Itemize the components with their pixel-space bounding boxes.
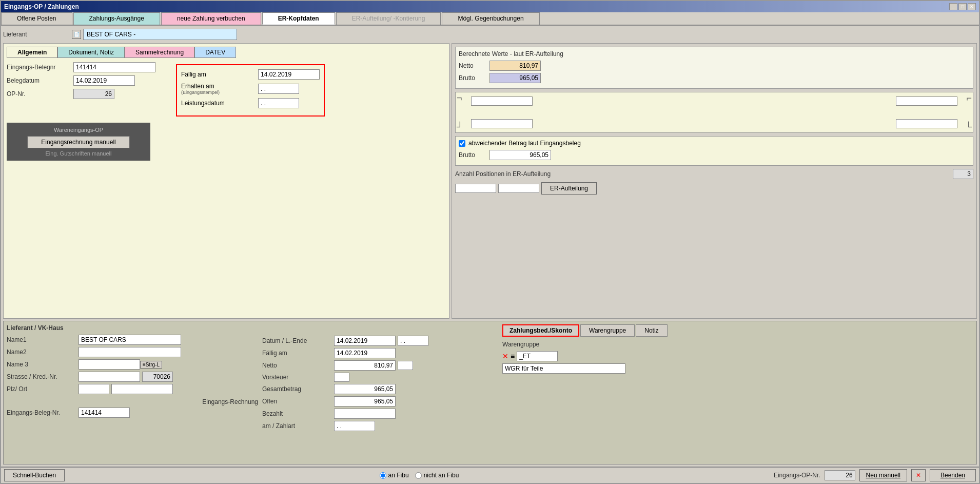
bracket-tr: ⌐: [966, 93, 972, 103]
abweich-brutto-row: Brutto: [459, 150, 970, 160]
sub-tab-dokument[interactable]: Dokument, Notiz: [57, 47, 125, 58]
spacer-top: [262, 324, 498, 336]
empty-input-1[interactable]: [896, 96, 957, 106]
name3-input[interactable]: [79, 359, 140, 370]
tab-er-aufteilung: ER-Aufteilung/ -Kontierung: [336, 12, 441, 25]
sub-tab-allgemein[interactable]: Allgemein: [7, 47, 57, 58]
offen-row: Offen: [262, 396, 498, 406]
sub-tab-sammelrechnung[interactable]: Sammelrechnung: [125, 47, 194, 58]
right-panel: Berechnete Werte - laut ER-Aufteilung Ne…: [452, 43, 977, 319]
neu-manuell-button[interactable]: Neu manuell: [859, 469, 907, 481]
lieferant-icon[interactable]: 📄: [72, 30, 81, 39]
bracket-input-right[interactable]: [498, 184, 539, 193]
brutto-calc-label: Brutto: [459, 74, 489, 82]
sub-tab-datev[interactable]: DATEV: [194, 47, 236, 58]
leistungsdatum-input[interactable]: [258, 98, 299, 108]
am-zahlart-input[interactable]: [334, 421, 375, 431]
brutto-calc-row: Brutto: [459, 73, 970, 83]
vorsteuer-row: Vorsteuer: [262, 373, 498, 382]
offen-input: [334, 396, 396, 406]
right-panel-tabs: Zahlungsbed./Skonto Warengruppe Notiz: [502, 324, 973, 337]
bracket-input-left[interactable]: [455, 184, 496, 193]
erhalten-input[interactable]: [258, 84, 299, 94]
schnell-buchen-button[interactable]: Schnell-Buchen: [4, 469, 65, 481]
x-button[interactable]: ✕: [911, 469, 926, 481]
empty-input-3[interactable]: [471, 96, 533, 106]
minimize-button[interactable]: _: [949, 3, 957, 10]
belegdatum-input[interactable]: [73, 75, 135, 86]
er-aufteilung-button[interactable]: ER-Aufteilung: [541, 182, 597, 195]
warengruppe-label: Warengruppe: [502, 341, 973, 348]
name2-input[interactable]: [79, 347, 181, 357]
status-bar: Schnell-Buchen an Fibu nicht an Fibu Ein…: [1, 467, 979, 483]
plz-input[interactable]: [79, 384, 109, 394]
strasse-row: Strasse / Kred.-Nr.: [7, 372, 258, 382]
eingangsrechnung-manuell-button[interactable]: Eingangsrechnung manuell: [27, 136, 130, 148]
am-zahlart-label: am / Zahlart: [262, 422, 334, 430]
empty-input-2[interactable]: [896, 119, 957, 128]
tab-neue-zahlung[interactable]: neue Zahlung verbuchen: [161, 12, 261, 25]
empty-input-4[interactable]: [471, 119, 533, 128]
eingangs-belegnr-input[interactable]: [73, 62, 155, 72]
left-panel: Allgemein Dokument, Notiz Sammelrechnung…: [3, 43, 449, 319]
an-fibu-radio[interactable]: [380, 472, 386, 479]
abweichender-checkbox[interactable]: [459, 140, 465, 147]
eingangs-belegnr-row: Eingangs-Belegnr: [7, 62, 155, 72]
anzahl-input: [953, 169, 973, 179]
wareneingangs-title: Wareneingangs-OP: [11, 127, 146, 133]
beenden-button[interactable]: Beenden: [930, 469, 976, 481]
wgr-code-input[interactable]: [517, 351, 558, 361]
plz-row: Plz/ Ort: [7, 384, 258, 394]
ort-input[interactable]: [111, 384, 173, 394]
netto-bottom-input: [334, 360, 396, 371]
nicht-an-fibu-radio-label[interactable]: nicht an Fibu: [415, 472, 459, 479]
op-nr-row: OP-Nr.: [7, 89, 155, 99]
faellig-row: Fällig am: [181, 69, 320, 80]
close-button[interactable]: ✕: [968, 3, 976, 10]
faellig-bottom-input[interactable]: [334, 348, 396, 358]
plz-label: Plz/ Ort: [7, 385, 79, 393]
lieferant-section-header: Lieferant / VK-Haus: [7, 324, 258, 332]
nicht-an-fibu-radio[interactable]: [415, 472, 422, 479]
abweich-brutto-input[interactable]: [489, 150, 551, 160]
wgr-menu-icon[interactable]: ≡: [511, 352, 515, 360]
zahlungsbed-button[interactable]: Zahlungsbed./Skonto: [502, 324, 579, 337]
netto-calc-label: Netto: [459, 62, 489, 69]
op-nr-label: OP-Nr.: [7, 90, 73, 98]
anzahl-label: Anzahl Positionen in ER-Aufteilung: [455, 170, 953, 178]
warengruppe-tab[interactable]: Warengruppe: [580, 324, 635, 337]
tab-moegl-gegenbuchungen[interactable]: Mögl. Gegenbuchungen: [442, 12, 539, 25]
empty-section: ⌐ └ ¬ ┘: [455, 92, 973, 133]
red-box-section: Fällig am Erhalten am (Eingangsstempel): [176, 64, 325, 117]
form-left-col: Eingangs-Belegnr Belegdatum OP-Nr.: [7, 62, 155, 117]
name1-input[interactable]: [79, 335, 181, 345]
strg-l-button[interactable]: ≡Strg-L: [140, 361, 162, 369]
tab-offene-posten[interactable]: Offene Posten: [1, 12, 72, 25]
berechnete-title: Berechnete Werte - laut ER-Aufteilung: [459, 50, 970, 57]
tab-zahlungs-ausgaenge[interactable]: Zahlungs-Ausgänge: [73, 12, 160, 25]
gesamtbetrag-input: [334, 384, 396, 394]
op-nr-input[interactable]: [73, 89, 114, 99]
strasse-input[interactable]: [79, 372, 140, 382]
abweich-brutto-label: Brutto: [459, 151, 489, 159]
bottom-section: Lieferant / VK-Haus Name1 Name2 Name 3 ≡…: [3, 321, 977, 464]
bezahlt-label: Bezahlt: [262, 410, 334, 417]
bracket-tl: ¬: [457, 93, 462, 103]
warengruppe-section: Warengruppe ✕ ≡: [502, 341, 973, 374]
an-fibu-radio-label[interactable]: an Fibu: [380, 472, 409, 479]
erhalten-label: Erhalten am: [181, 83, 258, 90]
wgr-delete-icon[interactable]: ✕: [502, 352, 508, 360]
bracket-br: └: [965, 122, 972, 131]
name3-row: Name 3 ≡Strg-L: [7, 359, 258, 370]
maximize-button[interactable]: □: [958, 3, 967, 10]
belegdatum-row: Belegdatum: [7, 75, 155, 86]
notiz-tab[interactable]: Notiz: [636, 324, 667, 337]
eingangs-beleg-input[interactable]: [79, 408, 130, 418]
tab-er-kopfdaten[interactable]: ER-Kopfdaten: [262, 12, 335, 25]
wgr-desc-input[interactable]: [502, 363, 625, 374]
datum-input[interactable]: [334, 336, 396, 346]
faellig-input[interactable]: [258, 69, 320, 80]
datum-end-input[interactable]: [398, 336, 428, 346]
bezahlt-input[interactable]: [334, 409, 396, 419]
faellig-label: Fällig am: [181, 71, 258, 78]
